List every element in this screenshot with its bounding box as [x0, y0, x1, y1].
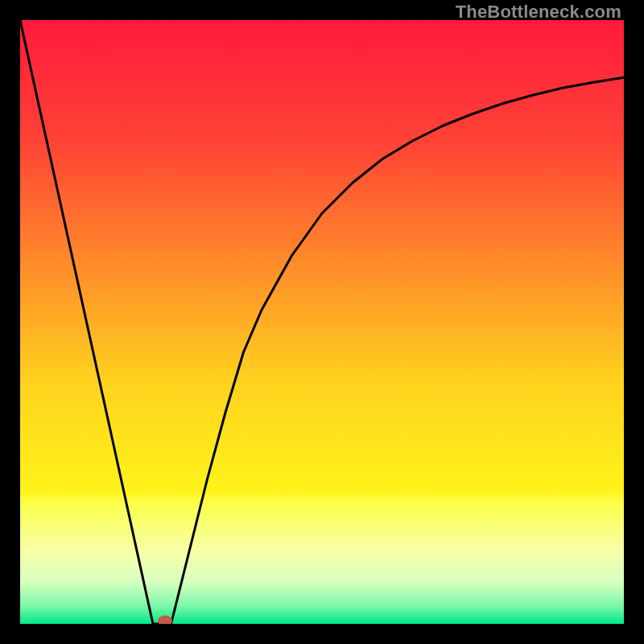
chart-frame	[20, 20, 624, 624]
watermark-text: TheBottleneck.com	[456, 2, 621, 23]
bottleneck-curve-chart	[20, 20, 624, 624]
